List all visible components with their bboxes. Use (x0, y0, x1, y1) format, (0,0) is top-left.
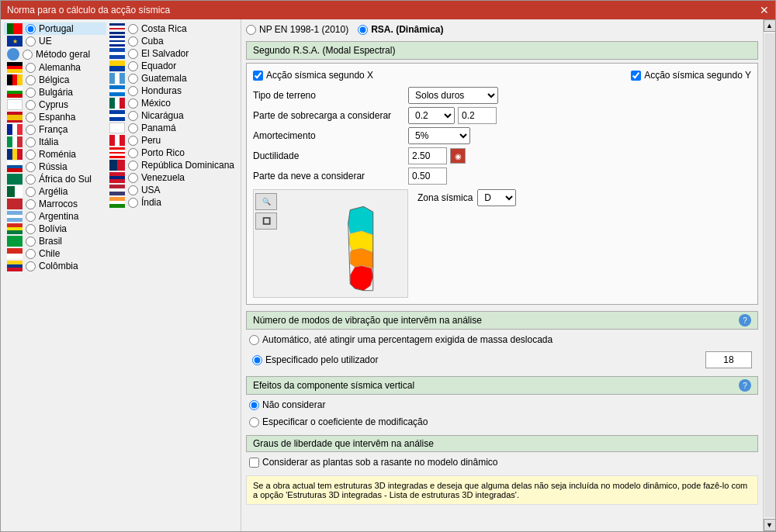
radio-usa[interactable] (128, 185, 138, 195)
map-tool-2[interactable]: 🔲 (255, 212, 277, 230)
radio-nicaragua[interactable] (128, 111, 138, 121)
radio-espanha[interactable] (26, 112, 36, 123)
country-item-equador[interactable]: Equador (106, 60, 237, 72)
vibration-info-icon[interactable]: ? (739, 314, 751, 326)
country-item-usa[interactable]: USA (106, 184, 237, 196)
ductilidade-input[interactable] (408, 147, 447, 164)
country-item-brasil[interactable]: Brasil (4, 235, 106, 247)
country-item-guatemala[interactable]: Guatemala (106, 72, 237, 85)
vertical-info-icon[interactable]: ? (739, 379, 751, 392)
radio-vertical-option2[interactable] (249, 417, 259, 427)
radio-colombia[interactable] (26, 261, 36, 271)
country-item-franca[interactable]: França (4, 123, 106, 136)
vertical-option1-row[interactable]: Não considerar (246, 398, 758, 412)
country-item-cyprus[interactable]: Cyprus (4, 98, 106, 111)
seismic-x-checkbox[interactable]: Acção sísmica segundo X (253, 70, 373, 81)
radio-bulgaria[interactable] (26, 88, 36, 98)
map-tool-1[interactable]: 🔍 (255, 193, 277, 210)
radio-guatemala[interactable] (128, 74, 138, 84)
country-item-nicaragua[interactable]: Nicarágua (106, 109, 237, 122)
ductilidade-picker-button[interactable]: ◉ (450, 148, 466, 164)
country-item-africa-sul[interactable]: África do Sul (4, 173, 106, 185)
country-item-metodo-geral[interactable]: Método geral (4, 47, 106, 61)
radio-africa-sul[interactable] (26, 174, 36, 185)
country-item-belgica[interactable]: Bélgica (4, 74, 106, 86)
radio-cuba[interactable] (128, 36, 138, 47)
radio-el-salvador[interactable] (128, 49, 138, 59)
tipo-terreno-select[interactable]: Solos duros Solos medianos Solos moles (408, 87, 498, 104)
vibration-specified-value[interactable] (705, 351, 752, 368)
scroll-thumb[interactable] (764, 33, 775, 517)
norm-option-np[interactable]: NP EN 1998-1 (2010) (246, 24, 348, 35)
radio-peru[interactable] (128, 136, 138, 146)
radio-ue[interactable] (26, 36, 36, 47)
seismic-y-checkbox[interactable]: Acção sísmica segundo Y (631, 70, 751, 81)
radio-vibration-specified[interactable] (252, 355, 262, 365)
country-item-peru[interactable]: Peru (106, 134, 237, 147)
vertical-option2-row[interactable]: Especificar o coeficiente de modificação (246, 415, 758, 429)
country-item-el-salvador[interactable]: El Salvador (106, 47, 237, 60)
radio-venezuela[interactable] (128, 173, 138, 183)
scroll-up-button[interactable]: ▲ (764, 19, 776, 32)
radio-equador[interactable] (128, 61, 138, 71)
country-item-espanha[interactable]: Espanha (4, 111, 106, 123)
radio-chile[interactable] (26, 249, 36, 259)
radio-rep-dom[interactable] (128, 161, 138, 171)
radio-alemanha[interactable] (26, 63, 36, 73)
country-item-cuba[interactable]: Cuba (106, 35, 237, 47)
radio-argelia[interactable] (26, 187, 36, 197)
parte-sobrecarga-input[interactable] (458, 107, 497, 124)
radio-honduras[interactable] (128, 86, 138, 96)
radio-mexico[interactable] (128, 98, 138, 109)
radio-bolivia[interactable] (26, 224, 36, 234)
country-item-panama[interactable]: Panamá (106, 122, 237, 134)
country-item-venezuela[interactable]: Venezuela (106, 171, 237, 184)
radio-russia[interactable] (26, 162, 36, 172)
radio-vertical-option1[interactable] (249, 400, 259, 410)
radio-portugal[interactable] (26, 24, 36, 34)
scrollbar-right[interactable]: ▲ ▼ (763, 19, 775, 531)
country-item-rep-dom[interactable]: República Dominicana (106, 159, 237, 171)
radio-porto-rico[interactable] (128, 148, 138, 158)
country-item-marrocos[interactable]: Marrocos (4, 198, 106, 210)
radio-india[interactable] (128, 198, 138, 208)
country-item-italia[interactable]: Itália (4, 136, 106, 148)
country-item-india[interactable]: Índia (106, 196, 237, 209)
radio-marrocos[interactable] (26, 199, 36, 209)
vibration-auto-row[interactable]: Automático, até atingir uma percentagem … (246, 333, 758, 347)
radio-cyprus[interactable] (26, 100, 36, 110)
country-item-alemanha[interactable]: Alemanha (4, 61, 106, 74)
country-item-romenia[interactable]: Roménia (4, 148, 106, 161)
radio-franca[interactable] (26, 125, 36, 135)
radio-vibration-auto[interactable] (249, 335, 259, 345)
norm-option-rsa[interactable]: RSA. (Dinâmica) (358, 24, 443, 35)
country-item-bolivia[interactable]: Bolívia (4, 223, 106, 235)
country-item-portugal[interactable]: Portugal (4, 22, 106, 35)
radio-rsa[interactable] (358, 25, 368, 35)
scroll-down-button[interactable]: ▼ (764, 519, 776, 531)
country-item-russia[interactable]: Rússia (4, 161, 106, 173)
radio-metodo-geral[interactable] (23, 50, 33, 60)
country-item-honduras[interactable]: Honduras (106, 85, 237, 97)
checkbox-x[interactable] (253, 71, 263, 81)
country-item-ue[interactable]: ★ UE (4, 35, 106, 47)
country-item-mexico[interactable]: México (106, 97, 237, 109)
country-item-bulgaria[interactable]: Bulgária (4, 86, 106, 98)
country-item-argentina[interactable]: Argentina (4, 210, 106, 223)
radio-brasil[interactable] (26, 237, 36, 247)
country-item-argelia[interactable]: Argélia (4, 185, 106, 198)
radio-italia[interactable] (26, 137, 36, 147)
close-button[interactable]: ✕ (760, 4, 769, 16)
radio-costa-rica[interactable] (128, 24, 138, 34)
radio-np[interactable] (246, 25, 256, 35)
dof-checkbox[interactable] (249, 458, 259, 468)
parte-neve-input[interactable] (408, 168, 447, 185)
country-item-porto-rico[interactable]: Porto Rico (106, 147, 237, 159)
checkbox-y[interactable] (631, 71, 641, 81)
radio-panama[interactable] (128, 123, 138, 133)
radio-romenia[interactable] (26, 150, 36, 160)
country-item-costa-rica[interactable]: Costa Rica (106, 22, 237, 35)
amortecimento-select[interactable]: 5% 2% 10% (408, 127, 470, 144)
parte-sobrecarga-select[interactable]: 0.2 0.3 0.6 (408, 107, 455, 124)
country-item-chile[interactable]: Chile (4, 247, 106, 260)
